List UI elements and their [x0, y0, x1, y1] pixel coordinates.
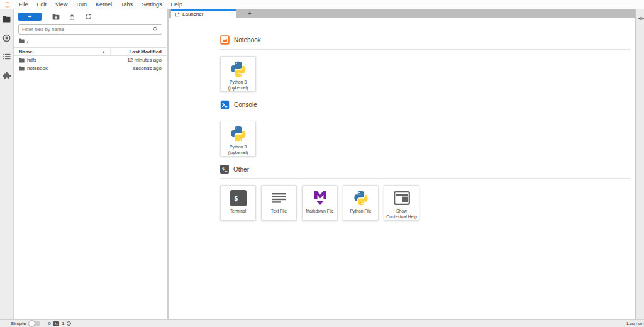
status-bar: Simple 0 $_ 1 Lau norm	[0, 319, 644, 327]
file-row-notebook[interactable]: notebook seconds ago	[14, 64, 167, 72]
menu-run[interactable]: Run	[72, 0, 91, 9]
extensions-icon[interactable]	[3, 71, 11, 80]
terminal-icon: $_	[230, 190, 247, 206]
file-browser-panel: +	[14, 9, 167, 319]
tab-label: Launcher	[182, 11, 203, 17]
workspace: +	[0, 9, 644, 319]
file-browser-toolbar: +	[14, 9, 167, 23]
folder-icon	[19, 66, 25, 71]
name-column-header[interactable]: Name	[19, 49, 102, 55]
section-title: Notebook	[234, 36, 261, 43]
simple-mode-toggle[interactable]	[29, 321, 40, 326]
console-icon	[220, 100, 230, 109]
card-label: Text File	[270, 209, 288, 214]
launcher-card-markdown-file[interactable]: Markdown File	[302, 185, 338, 221]
launcher-section-notebook: Notebook Python 3 (ipykernel)	[220, 35, 630, 92]
file-row-hdfs[interactable]: hdfs 12 minutes ago	[14, 56, 167, 64]
menu-kernel[interactable]: Kernel	[91, 0, 116, 9]
status-right-text: Lau norm	[626, 321, 644, 326]
launcher-card-contextual-help[interactable]: Show Contextual Help	[384, 185, 419, 221]
python-logo-icon	[353, 189, 369, 208]
sort-asc-icon: ▲	[102, 50, 105, 53]
menu-edit[interactable]: Edit	[33, 0, 52, 9]
table-of-contents-icon[interactable]	[3, 52, 11, 61]
markdown-icon	[313, 189, 327, 208]
add-tab-button[interactable]: +	[242, 9, 258, 18]
file-name: hdfs	[27, 57, 36, 63]
menu-tabs[interactable]: Tabs	[116, 0, 137, 9]
terminal-icon: $_	[53, 321, 59, 326]
modified-column-header[interactable]: Last Modified	[110, 48, 162, 55]
kernel-terminal-counts[interactable]: 0 $_ 1	[48, 321, 71, 326]
menu-settings[interactable]: Settings	[137, 0, 167, 9]
activity-bar	[0, 9, 14, 319]
running-kernels-icon[interactable]	[3, 33, 11, 42]
tab-launcher[interactable]: Launcher	[171, 9, 236, 18]
folder-icon	[19, 58, 25, 63]
folder-icon	[19, 38, 25, 43]
launcher-section-other: $_ Other $_ Terminal	[220, 165, 630, 221]
menu-bar: File Edit View Run Kernel Tabs Settings …	[0, 0, 644, 9]
filter-files-box	[18, 24, 162, 35]
launcher-card-terminal[interactable]: $_ Terminal	[220, 185, 256, 221]
tab-bar: Launcher +	[169, 9, 635, 18]
card-label: Python 3 (ipykernel)	[221, 145, 255, 156]
jupyterlab-window: File Edit View Run Kernel Tabs Settings …	[0, 0, 644, 327]
kernel-icon	[67, 321, 71, 326]
file-name: notebook	[27, 65, 48, 71]
launcher-card-text-file[interactable]: Text File	[261, 185, 297, 221]
launcher-panel: Notebook Python 3 (ipykernel)	[169, 18, 635, 319]
text-file-icon	[272, 189, 287, 208]
python-logo-icon	[230, 60, 247, 79]
section-title: Other	[233, 166, 249, 173]
card-label: Show Contextual Help	[384, 209, 419, 220]
card-label: Python 3 (ipykernel)	[221, 80, 255, 91]
menu-view[interactable]: View	[51, 0, 72, 9]
main-dock-panel: Launcher + Notebook	[169, 9, 635, 319]
file-modified: seconds ago	[133, 65, 162, 71]
menu-file[interactable]: File	[14, 0, 33, 9]
search-icon	[153, 26, 158, 32]
files-icon[interactable]	[3, 14, 11, 23]
launcher-icon	[175, 12, 180, 17]
file-modified: 12 minutes ago	[127, 57, 162, 63]
kernels-count: 1	[62, 321, 64, 326]
property-inspector-icon[interactable]	[638, 16, 644, 21]
menu-help[interactable]: Help	[166, 0, 187, 9]
section-title: Console	[234, 101, 257, 108]
toggle-knob	[29, 321, 35, 326]
terminal-icon: $_	[220, 165, 229, 174]
refresh-icon[interactable]	[84, 13, 92, 21]
terminals-count: 0	[48, 321, 50, 326]
filter-files-input[interactable]	[22, 26, 153, 32]
contextual-help-icon	[394, 189, 410, 208]
new-folder-icon[interactable]	[52, 13, 60, 21]
breadcrumb[interactable]: /	[14, 36, 167, 46]
new-launcher-button[interactable]: +	[18, 13, 42, 21]
right-sidebar-strip	[635, 9, 644, 319]
python-logo-icon	[230, 125, 247, 143]
upload-icon[interactable]	[68, 13, 76, 21]
simple-mode-label: Simple	[11, 321, 26, 326]
launcher-section-console: Console Python 3 (ipykernel)	[220, 100, 630, 157]
launcher-card-python-file[interactable]: Python File	[343, 185, 379, 221]
launcher-card-notebook-python3[interactable]: Python 3 (ipykernel)	[220, 56, 256, 92]
file-list-header: Name ▲ Last Modified	[14, 47, 167, 56]
breadcrumb-path: /	[27, 38, 28, 44]
launcher-card-console-python3[interactable]: Python 3 (ipykernel)	[220, 121, 256, 157]
card-label: Markdown File	[304, 209, 335, 214]
card-label: Python File	[348, 209, 372, 214]
card-label: Terminal	[229, 209, 248, 214]
jupyter-logo-icon	[0, 0, 14, 9]
notebook-icon	[220, 35, 230, 45]
